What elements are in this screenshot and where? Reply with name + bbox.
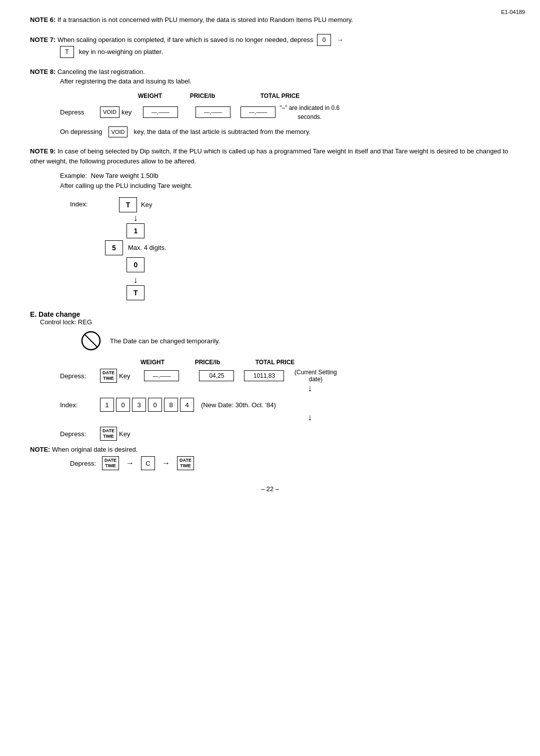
- note7-arrow: →: [337, 36, 344, 43]
- note7-key0: 0: [317, 34, 331, 46]
- idx-key-1: 0: [116, 398, 130, 412]
- dash-box-1: —,——: [143, 106, 178, 118]
- void-key: VOID: [100, 106, 120, 118]
- note9-section: NOTE 9: In case of being selected by Dip…: [30, 146, 510, 300]
- idx-key-0: 1: [100, 398, 114, 412]
- void-key2: VOID: [108, 126, 128, 138]
- e-key-label-2: Key: [119, 430, 130, 438]
- e-table: WEIGHT PRICE/lb TOTAL PRICE Depress: DAT…: [60, 359, 510, 441]
- note9-text: In case of being selected by Dip switch,…: [30, 147, 508, 165]
- date-time-key-2: DATE TIME: [100, 427, 117, 441]
- note8-text2: After registering the data and issuing i…: [60, 77, 192, 85]
- e-col-price: PRICE/lb: [180, 359, 235, 366]
- e-depress-row-1: Depress: DATE TIME Key —,—— 04,25 1011,8…: [60, 369, 510, 383]
- note9-label: NOTE 9:: [30, 147, 56, 155]
- ring-icon: [80, 330, 102, 352]
- dt4-top: DATE: [180, 458, 192, 463]
- section-e: E. Date change Control lock: REG The Dat…: [30, 310, 510, 470]
- e-col-weight: WEIGHT: [125, 359, 180, 366]
- dt3-top: DATE: [104, 458, 116, 463]
- flow-column: T Key ↓ 1 5 Max. 4 digits. 0 ↓ T: [105, 197, 166, 300]
- section-e-title-text: E. Date change: [30, 310, 80, 318]
- e-key-label: Key: [119, 372, 130, 380]
- void-note-row: On depressing VOID key, the data of the …: [60, 126, 510, 138]
- e-index-row: Index: 1 0 3 0 8 4 (New Date: 30th. Oct.…: [60, 398, 510, 412]
- e-index-keys: 1 0 3 0 8 4: [100, 398, 194, 412]
- flow-key-5: 5: [105, 240, 123, 255]
- after-text: After calling up the PLU including Tare …: [60, 182, 192, 189]
- arrow2: →: [162, 459, 170, 468]
- note8-table: WEIGHT PRICE/lb TOTAL PRICE Depress VOID…: [60, 91, 510, 121]
- dt-bottom: TIME: [103, 376, 114, 381]
- e-depress2-label: Depress:: [60, 430, 100, 438]
- e-price-val: 04,25: [199, 370, 234, 381]
- flow-key-T: T: [119, 197, 137, 212]
- e-index-label: Index:: [60, 401, 100, 409]
- note6-text: If a transaction is not concerned with P…: [58, 16, 353, 23]
- col-total: TOTAL PRICE: [230, 91, 330, 100]
- arrow1: →: [126, 459, 134, 468]
- note8-dash-note: "–" are indicated in 0.6 seconds.: [278, 103, 340, 121]
- note8-label: NOTE 8:: [30, 68, 56, 75]
- col-price: PRICE/lb: [175, 91, 230, 100]
- depress3-label: Depress:: [70, 460, 96, 467]
- key-label: key: [122, 107, 132, 117]
- dt2-bottom: TIME: [103, 434, 114, 439]
- example-text: New Tare weight 1.50lb: [91, 172, 158, 179]
- e-col-total: TOTAL PRICE: [235, 359, 315, 366]
- temp-note-row: The Date can be changed temporarily.: [80, 330, 510, 352]
- dt3-bottom: TIME: [105, 463, 116, 469]
- key-label-flow: Key: [141, 200, 152, 210]
- dt2-top: DATE: [102, 428, 114, 434]
- date-time-key-4: DATE TIME: [177, 456, 194, 470]
- svg-line-1: [85, 335, 97, 347]
- e-dash-box-1: —,——: [144, 370, 179, 381]
- note7-section: NOTE 7: When scaling operation is comple…: [30, 34, 510, 58]
- dash-box-3: —,——: [240, 106, 276, 118]
- note7-label: NOTE 7:: [30, 36, 56, 43]
- idx-key-5: 4: [180, 398, 194, 412]
- note8-section: NOTE 8: Canceling the last registration.…: [30, 67, 510, 138]
- e-total-val: 1011,83: [244, 370, 284, 381]
- dash-box-2: —,——: [196, 106, 230, 118]
- note9-flow: Index: T Key ↓ 1 5 Max. 4 digits. 0 ↓: [70, 197, 510, 300]
- note-orig-text: When original date is desired.: [52, 446, 138, 453]
- e-depress1-label: Depress:: [60, 372, 100, 380]
- control-lock-text: Control lock: REG: [40, 318, 92, 326]
- new-date-label: (New Date: 30th. Oct. '84): [201, 401, 276, 409]
- down-arrow-2: ↓: [134, 275, 138, 284]
- idx-key-3: 0: [148, 398, 162, 412]
- void-note-text1: On depressing: [60, 127, 102, 137]
- e-depress-row-2: Depress: DATE TIME Key: [60, 427, 510, 441]
- note7-text2: key in no-weighing on platter.: [79, 48, 163, 55]
- note6-section: NOTE 6: If a transaction is not concerne…: [30, 15, 510, 25]
- section-e-title: E. Date change: [30, 310, 510, 318]
- date-time-key-3: DATE TIME: [102, 456, 119, 470]
- e-cells-1: —,—— 04,25 1011,83 (Current Setting date…: [134, 369, 344, 383]
- temp-note-text: The Date can be changed temporarily.: [110, 337, 220, 345]
- note8-text1: Canceling the last registration.: [58, 68, 145, 75]
- depress-label: Depress: [60, 107, 100, 117]
- idx-key-2: 3: [132, 398, 146, 412]
- flow-key-1: 1: [126, 223, 144, 238]
- col-weight: WEIGHT: [125, 91, 175, 100]
- date-time-key-1: DATE TIME Key: [100, 369, 130, 383]
- down-arrow-1: ↓: [134, 213, 138, 222]
- note8-col-headers: WEIGHT PRICE/lb TOTAL PRICE: [125, 91, 510, 100]
- void-note-text2: key, the data of the last article is sub…: [134, 127, 310, 137]
- e-current-date: (Current Setting date): [287, 369, 344, 383]
- note-orig-label: NOTE:: [30, 446, 50, 453]
- e-arrow-down-2: ↓: [110, 413, 510, 422]
- note9-after: After calling up the PLU including Tare …: [60, 181, 510, 191]
- dt4-bottom: TIME: [180, 463, 191, 469]
- control-lock: Control lock: REG: [40, 318, 510, 326]
- example-label: Example:: [60, 172, 87, 179]
- idx-key-4: 8: [164, 398, 178, 412]
- c-key: C: [141, 456, 155, 470]
- index-label: Index:: [70, 200, 88, 208]
- max-digits: Max. 4 digits.: [128, 243, 166, 253]
- e-arrow-down-1: ↓: [110, 384, 510, 393]
- note7-keyT: T: [60, 46, 74, 58]
- note9-example: Example: New Tare weight 1.50lb: [60, 171, 510, 181]
- note7-text: When scaling operation is completed, if …: [58, 36, 314, 43]
